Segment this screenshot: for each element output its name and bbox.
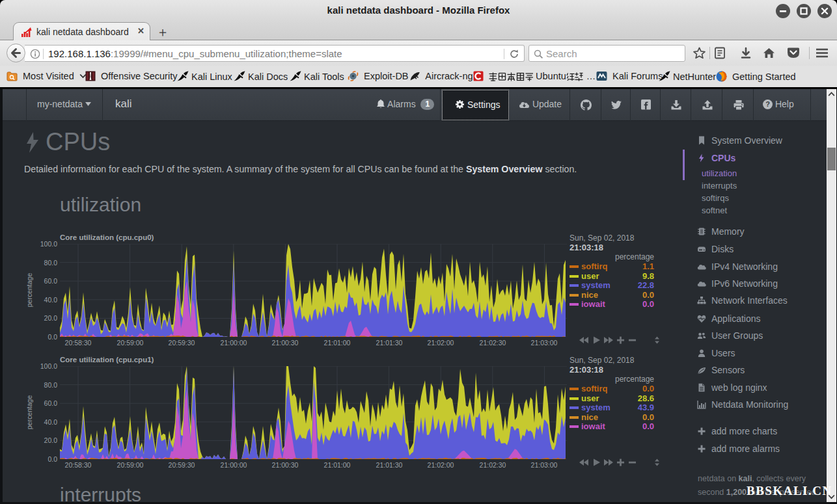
svg-text:?: ? <box>765 100 770 108</box>
